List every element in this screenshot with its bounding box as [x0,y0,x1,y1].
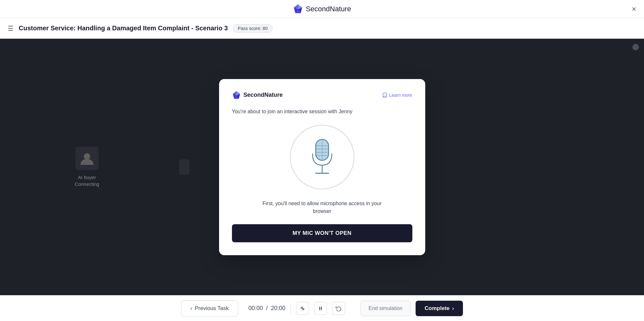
modal-instruction: First, you'll need to allow microphone a… [232,200,412,215]
previous-task-button[interactable]: ‹ Previous Task [181,300,238,316]
chevron-left-icon: ‹ [190,305,192,312]
menu-icon[interactable]: ☰ [8,25,14,32]
app-logo: SecondNature [293,4,351,14]
book-icon [382,93,387,98]
replay-icon [336,306,341,311]
sound-wave-button[interactable] [296,302,309,315]
close-button[interactable]: × [632,5,636,13]
bottom-bar: ‹ Previous Task 00:00 / 20:00 [0,295,644,321]
modal-logo: SecondNature [232,91,283,100]
modal-header: SecondNature Learn more [232,91,412,100]
sound-wave-icon [300,306,305,311]
modal-overlay: SecondNature Learn more You're about to … [0,39,644,295]
mic-permission-modal: SecondNature Learn more You're about to … [219,79,425,255]
svg-rect-22 [319,306,320,310]
learn-more-label: Learn more [389,93,412,98]
previous-task-label: Previous Task [195,305,229,312]
top-bar: SecondNature × [0,0,644,18]
header-area: ☰ Customer Service: Handling a Damaged I… [0,18,644,39]
timer-section: 00:00 / 20:00 [238,302,355,315]
modal-logo-icon [232,91,241,100]
replay-button[interactable] [332,302,345,315]
modal-description: You're about to join an interactive sess… [232,109,412,115]
logo-icon [293,4,303,14]
mic-illustration [232,125,412,189]
modal-brand-name: SecondNature [244,92,283,98]
end-simulation-button[interactable]: End simulation [360,301,410,316]
timer-divider [291,303,291,314]
svg-point-21 [302,307,303,309]
microphone-svg [304,136,340,178]
learn-more-link[interactable]: Learn more [382,93,412,98]
main-content: AI buyer Connecting [0,39,644,295]
complete-button[interactable]: Complete › [416,301,463,316]
svg-rect-23 [321,306,322,310]
app-name: SecondNature [306,5,351,13]
mic-wont-open-button[interactable]: MY MIC WON'T OPEN [232,224,412,242]
pass-score-badge: Pass score: 80 [233,24,273,33]
timer-display: 00:00 / 20:00 [248,305,285,312]
pause-button[interactable] [314,302,327,315]
complete-label: Complete [425,305,449,312]
mic-circle [290,125,354,189]
chevron-right-icon: › [452,305,454,312]
pause-icon [318,306,323,311]
page-title: Customer Service: Handling a Damaged Ite… [19,25,228,32]
